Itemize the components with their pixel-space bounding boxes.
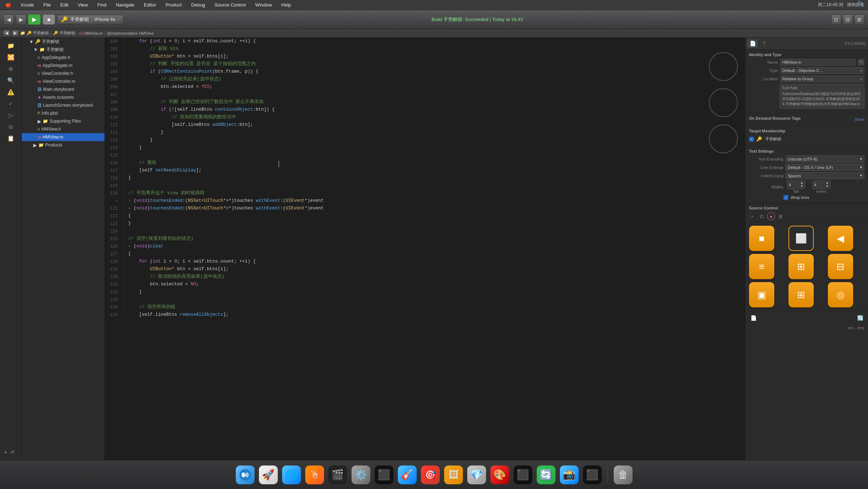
apple-menu[interactable]: 🍎 (4, 1, 13, 8)
nav-breakpoints-icon[interactable]: ⊖ (5, 122, 17, 132)
toggle-debug-button[interactable]: ⊟ (843, 14, 853, 25)
sidebar-item-viewcontroller-h[interactable]: h ViewController.h (22, 69, 105, 77)
breadcrumb-symbol[interactable]: @implementation HMView (107, 31, 154, 35)
dock-terminal[interactable]: ⬛ (375, 465, 393, 484)
icon-btn-7[interactable]: ▣ (749, 282, 774, 307)
indent-using-value[interactable]: Spaces ▾ (786, 172, 864, 179)
run-button[interactable]: ▶ (28, 14, 41, 25)
location-value[interactable]: Relative to Group ▾ (780, 76, 864, 82)
sidebar-item-appdelegate-m[interactable]: m AppDelegate.m (22, 61, 105, 69)
sidebar-item-appdelegate-h[interactable]: h AppDelegate.h (22, 54, 105, 61)
dock-app-3[interactable]: 🎯 (421, 465, 440, 484)
dock-app-5[interactable]: 💎 (467, 465, 486, 484)
nav-back-button[interactable]: ◀ (4, 14, 14, 25)
breadcrumb-project[interactable]: 🔑 手势解锁 (27, 30, 49, 36)
menu-find[interactable]: Find (95, 1, 108, 8)
sidebar-item-group-main[interactable]: ▼ 📁 手势解锁 (22, 46, 105, 54)
dock-app-10[interactable]: ⬛ (583, 465, 602, 484)
menu-view[interactable]: View (76, 1, 90, 8)
membership-checkbox[interactable]: ✓ (749, 137, 754, 142)
nav-reports-icon[interactable]: 📋 (5, 133, 17, 143)
sc-grid-button[interactable]: ⊞ (776, 212, 784, 220)
indent-width-input[interactable]: 4 ▲ ▼ (812, 180, 830, 189)
dock-sysprefs[interactable]: ⚙️ (352, 465, 370, 484)
sidebar-item-assets[interactable]: ★ Assets.xcassets (22, 93, 105, 101)
resource-tags-show-button[interactable]: Show (854, 117, 864, 122)
indent-label: Indent (816, 190, 826, 194)
menu-debug[interactable]: Debug (190, 1, 207, 8)
icon-btn-1[interactable]: ■ (749, 226, 774, 251)
dock-app-7[interactable]: ⬛ (514, 465, 532, 484)
menu-navigate[interactable]: Navigate (114, 1, 136, 8)
dock-safari[interactable]: 🌐 (282, 465, 301, 484)
nav-debug-icon[interactable]: ▷ (5, 110, 17, 120)
menu-edit[interactable]: Edit (59, 1, 70, 8)
wrap-lines-checkbox[interactable]: ✓ (783, 195, 788, 200)
nav-forward-button[interactable]: ▶ (16, 14, 26, 25)
dock-finder[interactable] (236, 465, 255, 484)
encoding-value[interactable]: Unicode (UTF-8) ▾ (786, 156, 864, 162)
line-endings-value[interactable]: Default - OS X / Unix (LF) ▾ (786, 164, 864, 171)
menu-window[interactable]: Window (254, 1, 274, 8)
dock-launchpad[interactable]: 🚀 (259, 465, 278, 484)
dock-trash[interactable]: 🗑 (614, 465, 633, 484)
dock-app-9[interactable]: 📸 (560, 465, 579, 484)
editor-area[interactable]: 100 for (int i = 0; i < self.btns.count;… (105, 38, 745, 460)
sidebar-item-info-plist[interactable]: P Info.plist (22, 109, 105, 117)
sidebar-item-launchscreen[interactable]: 🖼 LaunchScreen.storyboard (22, 101, 105, 109)
menu-product[interactable]: Product (164, 1, 184, 8)
nav-find-icon[interactable]: 🔍 (5, 75, 17, 85)
quick-help-button[interactable]: ? (759, 39, 769, 48)
icon-btn-3[interactable]: ◀ (828, 226, 853, 251)
type-value[interactable]: Default - Objective-C... ▾ (780, 67, 864, 74)
dock-app-2[interactable]: 🎸 (398, 465, 417, 484)
icon-btn-5[interactable]: ⊞ (788, 254, 814, 279)
nav-tests-icon[interactable]: ✓ (5, 98, 17, 109)
dock-app-1[interactable]: 🖱 (305, 465, 324, 484)
toggle-navigator-button[interactable]: ⊡ (831, 14, 841, 25)
menu-file[interactable]: File (42, 1, 53, 8)
sidebar-item-viewcontroller-m[interactable]: m ViewController.m (22, 77, 105, 85)
file-inspector-button[interactable]: 📄 (748, 39, 758, 48)
nav-source-control-icon[interactable]: 🔀 (5, 52, 17, 62)
indent-stepper[interactable]: ▲ ▼ (826, 182, 829, 188)
icon-btn-4[interactable]: ≡ (749, 254, 774, 279)
sidebar-item-hmview-m[interactable]: m HMView.m (22, 133, 105, 141)
sidebar-item-main-storyboard[interactable]: 🖼 Main.storyboard (22, 85, 105, 93)
icon-btn-6[interactable]: ⊟ (828, 254, 853, 279)
toggle-utilities-button[interactable]: ⊞ (854, 14, 864, 25)
sidebar-item-products[interactable]: ▶ 📁 Products (22, 141, 105, 149)
sidebar-item-project-root[interactable]: ▼ 🔑 手势解锁 (22, 38, 105, 46)
scheme-selector[interactable]: 🔑 手势解锁 | iPhone 6s ▾ (57, 15, 123, 24)
icon-btn-2[interactable]: ⬜ (788, 226, 814, 251)
dock-quicktime[interactable]: 🎬 (328, 465, 347, 484)
sc-square-button[interactable]: ⊡ (758, 212, 766, 220)
rp-refresh-icon[interactable]: 🔄 (856, 314, 864, 322)
dock-app-4[interactable]: 🖼 (444, 465, 463, 484)
nav-issues-icon[interactable]: ⚠️ (5, 87, 17, 97)
breadcrumb-target[interactable]: 🔑 手势解锁 (53, 30, 75, 36)
sc-add-button[interactable]: + (748, 212, 756, 220)
menu-xcode[interactable]: Xcode (19, 1, 36, 8)
sidebar-item-supporting-files[interactable]: ▶ 📁 Supporting Files (22, 117, 105, 125)
stop-button[interactable]: ■ (43, 14, 55, 25)
rp-doc-icon[interactable]: 📄 (749, 314, 758, 322)
tab-stepper[interactable]: ▲ ▼ (800, 182, 803, 188)
name-value[interactable]: HMView.m (780, 59, 856, 65)
dock-app-6[interactable]: 🎨 (490, 465, 509, 484)
menu-help[interactable]: Help (280, 1, 293, 8)
menu-source-control[interactable]: Source Control (213, 1, 248, 8)
menu-editor[interactable]: Editor (142, 1, 158, 8)
nav-symbols-icon[interactable]: ⊕ (5, 64, 17, 74)
breadcrumb-nav-back[interactable]: ◀ (3, 30, 10, 37)
nav-project-icon[interactable]: 📁 (5, 41, 17, 51)
breadcrumb-nav-forward[interactable]: ▶ (12, 30, 19, 37)
name-edit-button[interactable]: ✎ (858, 59, 864, 65)
sc-circle-button[interactable]: ● (767, 212, 775, 220)
tab-width-input[interactable]: 4 ▲ ▼ (787, 180, 805, 189)
sidebar-item-hmview-h[interactable]: h HMView.h (22, 125, 105, 133)
breadcrumb-file[interactable]: m HMView.m (79, 31, 103, 35)
icon-btn-8[interactable]: ⊞ (788, 282, 814, 307)
dock-app-8[interactable]: 🔄 (537, 465, 556, 484)
icon-btn-9[interactable]: ◎ (828, 282, 853, 307)
